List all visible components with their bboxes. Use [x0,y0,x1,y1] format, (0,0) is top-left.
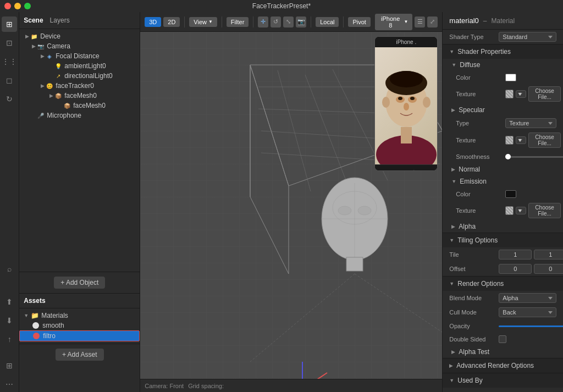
texture-preview-2[interactable] [505,136,514,145]
alpha-subsection[interactable]: ▶ Alpha [443,220,563,233]
render-options-arrow: ▼ [449,281,454,286]
close-button[interactable] [4,3,11,9]
tree-item-device[interactable]: ▶ 📁 Device [19,31,140,41]
emission-title: Emission [460,178,487,185]
offset-label: Offset [449,266,499,272]
add-asset-button[interactable]: + Add Asset [56,349,104,361]
phone-camera-icon[interactable]: 📷 [395,169,404,172]
texture-select-3[interactable]: ▼ [516,207,526,214]
texture-preview-1[interactable] [505,90,514,98]
offset-y-input[interactable] [534,264,563,274]
blend-mode-select[interactable]: Alpha Add Multiply None [499,293,556,303]
toolbar-view-icon[interactable]: ⊡ [2,35,17,51]
filtro-input[interactable] [43,332,135,340]
toolbar-download-icon[interactable]: ⬇ [2,313,17,328]
double-sided-checkbox[interactable] [499,335,506,343]
alpha-test-arrow: ▶ [451,349,455,355]
tree-item-facemesh-child[interactable]: 📦 faceMesh0 [19,101,140,111]
window-title: FaceTrackerPreset* [252,2,311,10]
texture-select-2[interactable]: ▼ [516,136,526,144]
alpha-test-subsection[interactable]: ▶ Alpha Test [443,346,563,358]
specular-type-select[interactable]: Texture [505,118,556,128]
tiling-options-section[interactable]: ▼ Tiling Options [443,233,563,247]
rotate-icon[interactable]: ↺ [271,16,281,27]
viewport-expand-icon[interactable]: ⤢ [427,16,438,27]
toolbar-upload-icon[interactable]: ⬆ [2,294,17,310]
alpha-test-title: Alpha Test [459,348,489,356]
add-object-button[interactable]: + Add Object [54,277,105,289]
smoothness-label: Smoothness [456,153,505,160]
asset-item-smooth[interactable]: smooth [19,321,140,330]
minimize-button[interactable] [14,3,21,9]
3d-button[interactable]: 3D [145,17,161,27]
emission-color-swatch[interactable] [505,190,516,198]
toolbar-refresh-icon[interactable]: ↻ [2,91,17,107]
toolbar-more-icon[interactable]: ⋯ [2,377,17,392]
view-button[interactable]: View▼ [189,17,217,27]
scale-icon[interactable]: ⤡ [283,16,294,27]
texture-preview-3[interactable] [505,206,514,215]
tree-item-camera[interactable]: ▶ 📷 Camera [19,41,140,51]
vp-sep1 [184,16,185,27]
advanced-render-section[interactable]: ▶ Advanced Render Options [443,358,563,373]
toolbar-box-icon[interactable]: ◻ [2,73,17,88]
layers-tab[interactable]: Layers [48,15,72,25]
advanced-render-title: Advanced Render Options [456,362,534,369]
choose-file-btn-3[interactable]: Choose File... [528,203,561,218]
device-selector[interactable]: iPhone 8 ▼ [375,14,413,30]
vp-sep4 [311,16,311,27]
toolbar-grid-icon[interactable]: ⋮⋮ [2,54,17,69]
tile-x-input[interactable] [499,250,532,260]
tree-item-facemesh-parent[interactable]: ▶ 📦 faceMesh0 [19,91,140,101]
facemesh-child-label: faceMesh0 [73,102,106,109]
emission-color-label: Color [456,191,505,197]
render-options-section[interactable]: ▼ Render Options [443,276,563,291]
device-label: Device [40,32,60,40]
viewport-list-icon[interactable]: ☰ [415,16,425,27]
emission-subsection[interactable]: ▼ Emission [443,175,563,187]
svg-line-5 [305,75,349,189]
pivot-button[interactable]: Pivot [348,17,370,27]
assets-materials-folder[interactable]: ▼ 📁 Materials [19,311,140,321]
diffuse-subsection[interactable]: ▼ Diffuse [443,59,563,71]
material-dash: – [483,17,487,25]
facetracker-arrow: ▶ [39,82,46,89]
offset-x-input[interactable] [499,264,532,274]
center-viewport: 3D 2D View▼ Filter ✛ ↺ ⤡ 📷 Local Pivot i… [140,12,442,392]
color-swatch-white[interactable] [505,74,516,81]
tree-item-ambient[interactable]: 💡 ambientLight0 [19,61,140,71]
tile-y-input[interactable] [534,250,563,260]
maximize-button[interactable] [24,3,31,9]
toolbar-search-icon[interactable]: ⌕ [2,261,17,277]
shader-type-select[interactable]: Standard [499,32,556,42]
shader-properties-section[interactable]: ▼ Shader Properties [443,44,563,59]
opacity-slider[interactable] [499,325,563,327]
choose-file-btn-1[interactable]: Choose File... [528,86,561,102]
cull-mode-select[interactable]: Back Front None [499,307,556,317]
smoothness-slider[interactable] [505,156,563,158]
toolbar-grid2-icon[interactable]: ⊞ [2,358,17,373]
asset-item-filtro[interactable] [19,330,140,341]
phone-share-icon[interactable]: ⬆ [411,169,417,172]
focal-arrow: ▶ [39,53,46,59]
tree-item-directional[interactable]: ↗ directionalLight0 [19,71,140,81]
tree-item-facetracker[interactable]: ▶ 😊 faceTracker0 [19,81,140,91]
tree-item-focal[interactable]: ▶ ◈ Focal Distance [19,51,140,61]
local-button[interactable]: Local [316,17,339,27]
tree-item-microphone[interactable]: 🎤 Microphone [19,111,140,120]
choose-file-btn-2[interactable]: Choose File... [528,132,561,148]
specular-type-row: Type Texture [443,116,563,130]
normal-subsection[interactable]: ▶ Normal [443,163,563,175]
toolbar-scene-icon[interactable]: ⊞ [2,16,17,32]
smooth-color [32,322,39,329]
toolbar-share-icon[interactable]: ↑ [2,332,17,347]
camera-icon: 📷 [37,42,45,50]
move-icon[interactable]: ✛ [258,16,268,27]
specular-subsection[interactable]: ▶ Specular [443,104,563,116]
filter-button[interactable]: Filter [227,17,249,27]
2d-button[interactable]: 2D [163,17,180,27]
camera-vp-icon[interactable]: 📷 [296,16,306,27]
used-by-section[interactable]: ▼ Used By [443,373,563,388]
camera-label: Camera [47,42,70,50]
texture-select-1[interactable]: ▼ [516,90,526,98]
